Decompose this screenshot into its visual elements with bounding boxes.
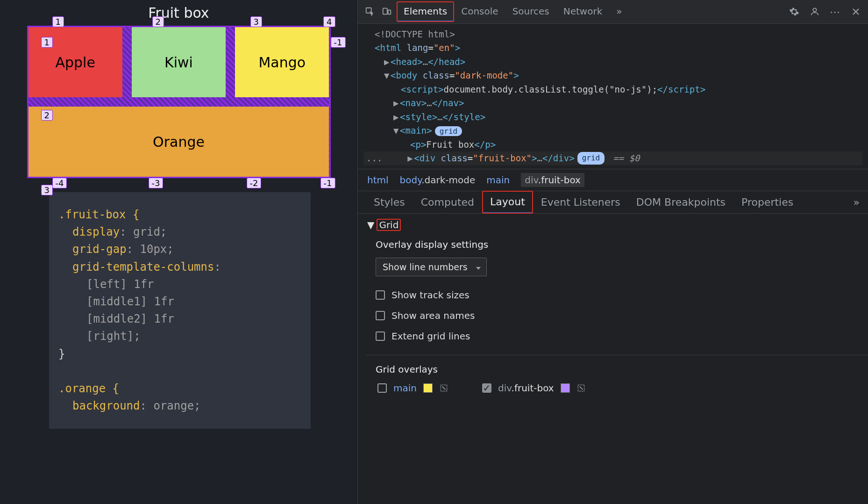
tab-styles[interactable]: Styles: [366, 192, 413, 213]
svg-rect-1: [383, 8, 387, 14]
tab-network[interactable]: Network: [557, 2, 609, 22]
tab-computed[interactable]: Computed: [413, 192, 482, 213]
grid-line-right-neg1: -1: [331, 37, 346, 48]
swatch-yellow[interactable]: [423, 383, 433, 393]
grid-line-top-1: 1: [52, 16, 64, 27]
crumb-html[interactable]: html: [367, 174, 389, 186]
grid-line-top-2: 2: [152, 16, 164, 27]
grid-overlays-heading: Grid overlays: [376, 364, 859, 375]
checkbox-track-sizes[interactable]: Show track sizes: [376, 285, 859, 305]
breadcrumb[interactable]: html body.dark-mode main div.fruit-box: [358, 169, 868, 191]
select-element-icon[interactable]: [362, 3, 378, 20]
tab-event-listeners[interactable]: Event Listeners: [534, 192, 628, 213]
overlay-item-main[interactable]: main: [377, 382, 448, 394]
tab-dom-breakpoints[interactable]: DOM Breakpoints: [629, 192, 733, 213]
cell-kiwi: Kiwi: [132, 27, 226, 97]
grid-line-left-1: 1: [41, 37, 53, 48]
grid-line-bottom-neg4: -4: [52, 178, 67, 188]
feedback-icon[interactable]: [806, 3, 823, 20]
swatch-purple[interactable]: [561, 383, 570, 393]
tab-elements[interactable]: Elements: [397, 2, 454, 22]
gear-icon[interactable]: [786, 3, 803, 20]
grid-section-header[interactable]: ▼ Grid: [367, 219, 859, 230]
svg-rect-2: [388, 10, 391, 14]
devtools-header: Elements Console Sources Network » ⋯: [358, 0, 868, 24]
devtools-panel: Elements Console Sources Network » ⋯ <!D…: [357, 0, 868, 504]
highlight-icon[interactable]: [576, 383, 586, 393]
checkbox-area-names[interactable]: Show area names: [376, 305, 859, 326]
tab-styles-overflow[interactable]: »: [854, 196, 860, 208]
checkbox-extend-lines[interactable]: Extend grid lines: [376, 326, 859, 346]
tab-properties[interactable]: Properties: [734, 192, 801, 213]
crumb-body[interactable]: body.dark-mode: [400, 174, 476, 186]
dom-tree[interactable]: <!DOCTYPE html> <html lang="en"> ▶<head>…: [358, 24, 868, 169]
grid-line-left-2: 2: [41, 110, 53, 121]
close-icon[interactable]: [847, 3, 864, 20]
tab-overflow[interactable]: »: [610, 2, 628, 22]
fruit-box-grid: Apple Kiwi Mango Orange: [27, 26, 331, 178]
grid-line-bottom-neg1: -1: [320, 178, 335, 188]
grid-line-bottom-neg2: -2: [247, 178, 262, 188]
grid-line-top-3: 3: [250, 16, 262, 27]
device-toggle-icon[interactable]: [378, 3, 395, 20]
tab-sources[interactable]: Sources: [506, 2, 556, 22]
cell-mango: Mango: [235, 27, 329, 97]
more-icon[interactable]: ⋯: [827, 3, 844, 20]
grid-line-left-3: 3: [41, 185, 53, 195]
layout-panel: ▼ Grid Overlay display settings Show lin…: [358, 214, 868, 399]
overlay-settings-heading: Overlay display settings: [376, 239, 859, 250]
tab-console[interactable]: Console: [455, 2, 505, 22]
highlight-icon[interactable]: [439, 383, 448, 393]
crumb-main[interactable]: main: [486, 174, 510, 186]
cell-orange: Orange: [28, 107, 329, 177]
css-code-block: .fruit-box { display: grid; grid-gap: 10…: [49, 192, 311, 429]
line-numbers-dropdown[interactable]: Show line numbers: [376, 258, 487, 276]
svg-point-3: [813, 8, 816, 12]
grid-line-top-4: 4: [323, 16, 335, 27]
overlay-item-fruit-box[interactable]: ✓ div.fruit-box: [482, 382, 586, 394]
tab-layout[interactable]: Layout: [483, 191, 533, 213]
crumb-selected[interactable]: div.fruit-box: [521, 173, 584, 187]
styles-sidebar-tabs: Styles Computed Layout Event Listeners D…: [358, 191, 868, 214]
rendered-page-pane: Fruit box Apple Kiwi Mango Orange 1 2 3 …: [0, 0, 357, 504]
fruit-grid-wrapper: Apple Kiwi Mango Orange 1 2 3 4 1 2 3 -1…: [27, 26, 331, 178]
grid-line-bottom-neg3: -3: [149, 178, 164, 188]
